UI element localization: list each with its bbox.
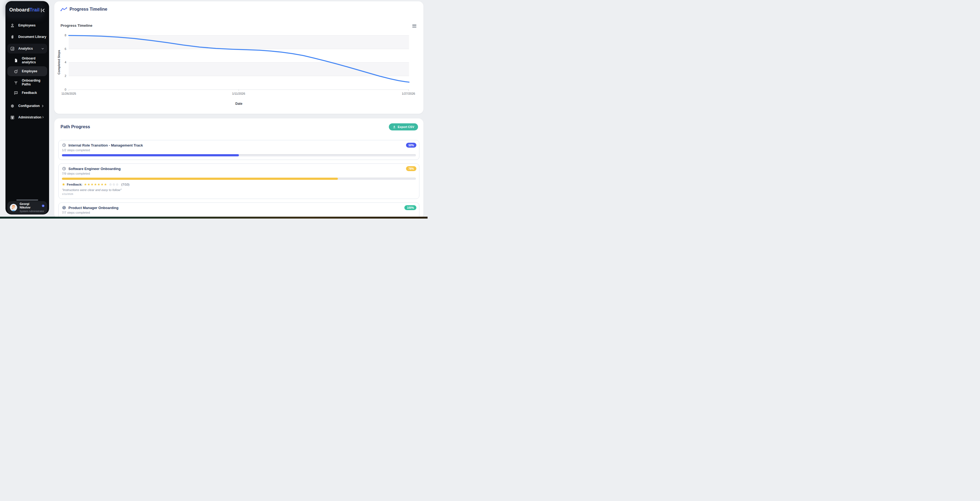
sidebar-item-label: Employees — [18, 24, 35, 27]
chevron-right-icon — [41, 116, 45, 119]
sidebar-item-label: Onboard analytics — [22, 56, 47, 64]
sidebar-item-employees[interactable]: Employees — [7, 21, 47, 30]
y-tick-label: 6 — [65, 47, 66, 51]
sidebar-item-label: Onboarding Paths — [22, 78, 47, 86]
x-tick-label: 1/11/2026 — [232, 92, 245, 95]
download-icon — [393, 125, 396, 129]
branch-icon — [14, 80, 18, 85]
sidebar-item-feedback[interactable]: Feedback — [7, 88, 47, 97]
bar-chart-icon — [10, 46, 15, 51]
x-tick-label: 1/27/2026 — [402, 92, 415, 95]
sidebar-nav: EmployeesDocument LibraryAnalyticsOnboar… — [5, 21, 49, 124]
stars-filled: ★★★★★★★ — [84, 183, 107, 187]
y-tick-label: 0 — [65, 88, 66, 91]
sidebar-item-label: Employee — [22, 69, 37, 73]
path-title: Software Engineer Onboarding — [68, 167, 121, 171]
percent-badge: 78% — [406, 166, 416, 171]
sidebar-item-administration[interactable]: Administration — [7, 113, 47, 122]
clock-icon — [62, 166, 66, 171]
path-title: Product Manager Onboarding — [68, 206, 118, 210]
sidebar-item-document-library[interactable]: Document Library — [7, 32, 47, 41]
chevron-right-icon — [41, 104, 45, 108]
steps-completed: 1/2 steps completed — [62, 148, 416, 152]
steps-completed: 7/9 steps completed — [62, 172, 416, 175]
feedback-icon — [14, 91, 18, 95]
stars-empty: ☆☆☆ — [109, 183, 119, 187]
feedback-date: 1/11/2026 — [62, 192, 416, 195]
feedback-row: Feedback: ★★★★★★★☆☆☆ (7/10) — [62, 183, 416, 187]
sidebar-item-label: Analytics — [18, 47, 33, 51]
user-panel[interactable]: Georgi Nikolov System Administrator — [7, 201, 47, 214]
percent-badge: 50% — [406, 143, 416, 148]
path-progress-card: Path Progress Export CSV Internal Role T… — [54, 118, 423, 219]
sidebar-item-analytics[interactable]: Analytics — [7, 44, 47, 53]
chevron-down-icon — [41, 47, 45, 51]
x-tick-label: 11/26/2025 — [61, 92, 76, 95]
card-title: Progress Timeline — [70, 7, 107, 12]
y-tick-label: 8 — [65, 34, 66, 37]
y-tick-label: 4 — [65, 61, 66, 64]
gear-icon — [10, 104, 15, 108]
clock-icon — [62, 143, 66, 147]
steps-completed: 7/7 steps completed — [62, 211, 416, 214]
path-progress-item: Software Engineer Onboarding 78% 7/9 ste… — [58, 163, 419, 199]
progress-track — [62, 154, 416, 156]
path-progress-list: Internal Role Transition - Management Tr… — [58, 140, 419, 219]
desktop-wallpaper-strip — [0, 217, 428, 219]
paperclip-icon — [10, 35, 15, 39]
chart-title: Progress Timeline — [60, 24, 92, 27]
person-icon — [10, 23, 15, 28]
user-role: System Administrator — [20, 210, 45, 213]
progress-track — [62, 178, 416, 180]
sidebar-item-onboard-analytics[interactable]: Onboard analytics — [7, 56, 47, 65]
percent-badge: 100% — [404, 205, 416, 210]
app-logo: OnboardTrail — [9, 7, 40, 13]
progress-timeline-chart: Progress Timeline 8 6 4 2 0 11/26/2025 1… — [60, 23, 417, 108]
progress-timeline-card: Progress Timeline Progress Timeline 8 6 … — [54, 2, 423, 114]
sidebar-item-employee[interactable]: Employee — [7, 66, 47, 76]
sidebar-item-label: Feedback — [22, 91, 37, 95]
series-line — [69, 35, 409, 89]
sidebar-item-configuration[interactable]: Configuration — [7, 101, 47, 110]
star-icon — [62, 183, 65, 186]
hamburger-menu-icon[interactable] — [412, 25, 416, 27]
collapse-sidebar-icon[interactable] — [40, 8, 45, 13]
sidebar-scrollbar-thumb[interactable] — [16, 199, 38, 201]
feedback-label: Feedback: — [67, 183, 82, 186]
avatar — [10, 204, 17, 211]
y-axis-title: Completed Steps — [57, 50, 60, 75]
path-title: Internal Role Transition - Management Tr… — [68, 143, 143, 147]
logo-text-onboard: Onboard — [9, 7, 29, 13]
sidebar-item-label: Administration — [18, 115, 41, 119]
export-csv-label: Export CSV — [398, 125, 414, 129]
sidebar-item-label: Document Library — [18, 35, 46, 39]
trend-line-icon — [60, 7, 67, 11]
building-icon — [10, 115, 15, 120]
plot-area: 8 6 4 2 0 11/26/2025 1/11/2026 1/27/2026 — [69, 35, 409, 89]
export-csv-button[interactable]: Export CSV — [389, 123, 418, 131]
progress-fill — [62, 178, 338, 180]
path-progress-item: Product Manager Onboarding 100% 7/7 step… — [58, 203, 419, 219]
feedback-quote: "Instructions were clear and easy to fol… — [62, 188, 416, 191]
y-tick-label: 2 — [65, 74, 66, 78]
path-progress-item: Internal Role Transition - Management Tr… — [58, 140, 419, 160]
logo-text-trail: Trail — [29, 7, 40, 13]
sidebar-item-label: Configuration — [18, 104, 40, 108]
section-title: Path Progress — [60, 124, 90, 129]
x-axis-title: Date — [235, 102, 242, 105]
face-icon — [14, 69, 18, 74]
sidebar: OnboardTrail EmployeesDocument LibraryAn… — [5, 1, 49, 214]
document-icon — [14, 58, 18, 63]
feedback-rating: (7/10) — [121, 183, 129, 186]
check-circle-icon — [62, 206, 66, 210]
sidebar-item-onboarding-paths[interactable]: Onboarding Paths — [7, 78, 47, 87]
verified-badge-icon — [42, 204, 45, 207]
progress-fill — [62, 154, 239, 156]
user-name: Georgi Nikolov — [20, 202, 41, 209]
